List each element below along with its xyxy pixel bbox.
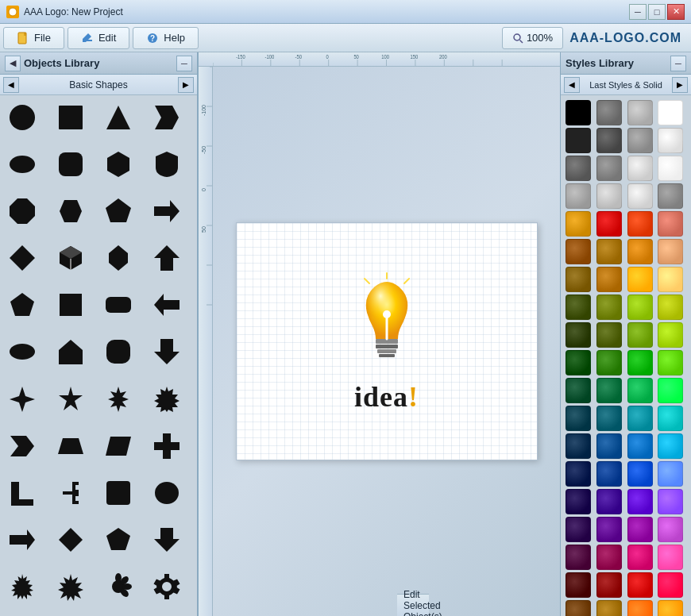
styles-next-btn[interactable]: ▶	[672, 77, 688, 93]
color-swatch-17[interactable]	[596, 211, 622, 237]
shape-hexagon2[interactable]	[52, 192, 90, 230]
lib-prev-btn[interactable]: ◀	[3, 77, 19, 93]
shape-rounded-rect2[interactable]	[99, 333, 137, 371]
color-swatch-25[interactable]	[596, 267, 622, 292]
color-swatch-31[interactable]	[658, 295, 683, 320]
shape-pentagon4[interactable]	[99, 521, 137, 559]
color-swatch-65[interactable]	[596, 545, 622, 570]
color-swatch-4[interactable]	[566, 128, 591, 153]
color-swatch-16[interactable]	[566, 211, 591, 237]
canvas-area[interactable]: Sortingpersrepair.Com	[213, 67, 560, 616]
color-swatch-37[interactable]	[596, 350, 622, 375]
color-swatch-6[interactable]	[627, 128, 653, 153]
color-swatch-47[interactable]	[658, 406, 683, 431]
color-swatch-29[interactable]	[596, 295, 622, 320]
shape-cross[interactable]	[148, 427, 186, 465]
shape-diamond[interactable]	[3, 239, 41, 277]
shape-seal[interactable]	[148, 380, 186, 418]
color-swatch-64[interactable]	[566, 545, 591, 570]
color-swatch-21[interactable]	[596, 239, 622, 264]
shape-blob[interactable]	[148, 474, 186, 512]
color-swatch-24[interactable]	[566, 267, 591, 292]
color-swatch-70[interactable]	[627, 572, 653, 598]
shape-diamond2[interactable]	[52, 521, 90, 559]
color-swatch-7[interactable]	[658, 128, 683, 153]
styles-prev-btn[interactable]: ◀	[564, 77, 580, 93]
color-swatch-0[interactable]	[566, 100, 591, 125]
color-swatch-30[interactable]	[627, 295, 653, 320]
lib-next-btn[interactable]: ▶	[178, 77, 194, 93]
shape-starburst[interactable]	[3, 568, 41, 606]
shape-arrow-down[interactable]	[148, 333, 186, 371]
color-swatch-13[interactable]	[596, 183, 622, 209]
shape-arrow-up[interactable]	[148, 239, 186, 277]
color-swatch-50[interactable]	[627, 433, 653, 459]
color-swatch-48[interactable]	[566, 433, 591, 459]
color-swatch-40[interactable]	[566, 378, 591, 403]
color-swatch-32[interactable]	[566, 322, 591, 348]
shape-chevron[interactable]	[3, 427, 41, 465]
help-menu[interactable]: ? Help	[133, 27, 199, 49]
color-swatch-49[interactable]	[596, 433, 622, 459]
color-swatch-34[interactable]	[627, 322, 653, 348]
color-swatch-11[interactable]	[658, 156, 683, 181]
color-swatch-68[interactable]	[566, 572, 591, 598]
color-swatch-55[interactable]	[658, 461, 683, 487]
shape-hexagon[interactable]	[99, 145, 137, 183]
color-swatch-36[interactable]	[566, 350, 591, 375]
color-swatch-8[interactable]	[566, 156, 591, 181]
color-swatch-52[interactable]	[566, 461, 591, 487]
color-swatch-60[interactable]	[566, 517, 591, 542]
color-swatch-18[interactable]	[627, 211, 653, 237]
shape-circle[interactable]	[3, 98, 41, 137]
edit-menu[interactable]: Edit	[68, 27, 129, 49]
color-swatch-73[interactable]	[596, 600, 622, 616]
color-swatch-20[interactable]	[566, 239, 591, 264]
shape-house[interactable]	[52, 333, 90, 371]
color-swatch-51[interactable]	[658, 433, 683, 459]
shape-parallelogram[interactable]	[99, 427, 137, 465]
shape-gear[interactable]	[148, 568, 186, 606]
shape-arrow-right[interactable]	[148, 192, 186, 230]
shape-ellipse2[interactable]	[3, 333, 41, 371]
color-swatch-19[interactable]	[658, 211, 683, 237]
file-menu[interactable]: File	[3, 27, 64, 49]
color-swatch-42[interactable]	[627, 378, 653, 403]
color-swatch-9[interactable]	[596, 156, 622, 181]
color-swatch-71[interactable]	[658, 572, 683, 598]
shape-star4[interactable]	[3, 380, 41, 418]
minimize-button[interactable]: ─	[629, 4, 647, 20]
color-swatch-54[interactable]	[627, 461, 653, 487]
color-swatch-66[interactable]	[627, 545, 653, 570]
color-swatch-12[interactable]	[566, 183, 591, 209]
color-swatch-35[interactable]	[658, 322, 683, 348]
shape-flower[interactable]	[99, 568, 137, 606]
shape-bracket[interactable]	[52, 474, 90, 512]
color-swatch-39[interactable]	[658, 350, 683, 375]
panel-prev-btn[interactable]: ◀	[5, 56, 21, 71]
color-swatch-67[interactable]	[658, 545, 683, 570]
close-button[interactable]: ✕	[667, 4, 685, 20]
shape-star6[interactable]	[99, 380, 137, 418]
color-swatch-10[interactable]	[627, 156, 653, 181]
color-swatch-15[interactable]	[658, 183, 683, 209]
color-swatch-74[interactable]	[627, 600, 653, 616]
styles-minimize-btn[interactable]: ─	[670, 56, 686, 71]
shape-rounded-rect[interactable]	[99, 286, 137, 324]
shape-arrow-left[interactable]	[148, 286, 186, 324]
shape-square[interactable]	[52, 98, 90, 137]
color-swatch-27[interactable]	[658, 267, 683, 292]
shape-shield[interactable]	[148, 145, 186, 183]
color-swatch-44[interactable]	[566, 406, 591, 431]
shape-rounded-square[interactable]	[52, 145, 90, 183]
color-swatch-59[interactable]	[658, 489, 683, 514]
panel-minimize-btn[interactable]: ─	[176, 56, 192, 71]
shape-chevron-right[interactable]	[148, 98, 186, 137]
color-swatch-38[interactable]	[627, 350, 653, 375]
shape-arrow-right3[interactable]	[3, 521, 41, 559]
shape-octagon[interactable]	[3, 192, 41, 230]
color-swatch-23[interactable]	[658, 239, 683, 264]
shape-square2[interactable]	[52, 286, 90, 324]
shape-l-shape[interactable]	[3, 474, 41, 512]
shape-square3[interactable]	[99, 474, 137, 512]
